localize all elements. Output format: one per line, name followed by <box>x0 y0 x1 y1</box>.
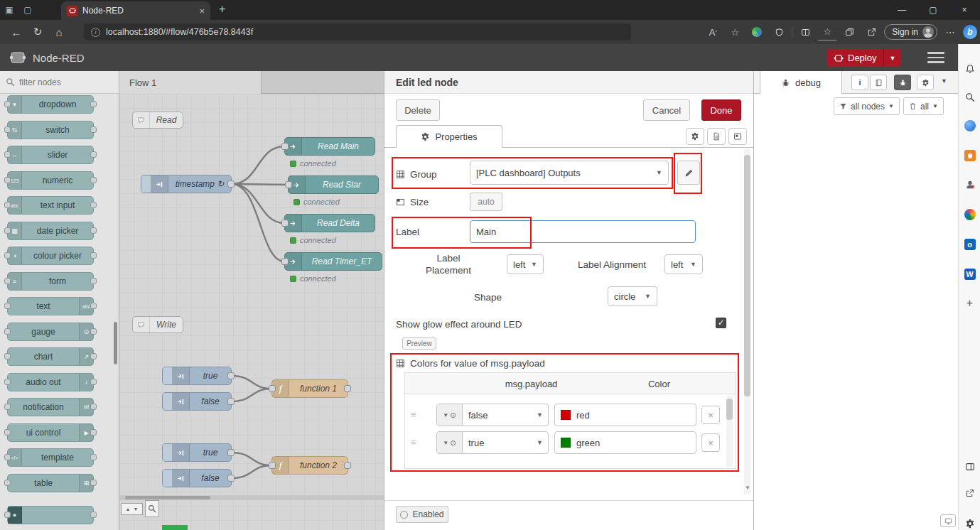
copilot-icon[interactable]: b <box>963 25 977 39</box>
palette-node-text-input[interactable]: abctext input <box>7 196 94 215</box>
tab-properties[interactable]: Properties <box>396 125 502 148</box>
node-port[interactable] <box>227 449 235 456</box>
palette-collapse-controls[interactable]: ▲▼ <box>121 503 143 515</box>
extension-icon[interactable] <box>748 23 766 40</box>
sign-in-button[interactable]: Sign in <box>884 24 937 40</box>
inject-node-true-2[interactable]: true <box>162 443 232 462</box>
palette-node-switch[interactable]: ⇆switch <box>7 121 94 139</box>
read-node-timer[interactable]: Read Timer_ET <box>284 252 382 271</box>
debug-filter-button[interactable]: all nodes ▼ <box>834 97 900 115</box>
minimize-button[interactable]: — <box>886 0 917 20</box>
favorite-star-icon[interactable]: ☆ <box>726 23 744 40</box>
inject-node-true-1[interactable]: true <box>162 367 232 385</box>
m365-icon[interactable] <box>962 207 977 222</box>
palette-node-colour-picker[interactable]: ◑colour picker <box>7 247 94 265</box>
editor-scrollbar[interactable]: ▼ <box>744 149 750 494</box>
node-port[interactable] <box>344 385 351 392</box>
add-sidebar-item-icon[interactable]: + <box>962 296 977 310</box>
open-external-icon[interactable] <box>962 486 977 501</box>
palette-node-dropdown[interactable]: ▾dropdown <box>7 95 94 114</box>
scroll-down-icon[interactable]: ▼ <box>745 485 750 491</box>
split-screen-icon[interactable] <box>796 23 814 40</box>
back-button[interactable]: ← <box>6 23 27 41</box>
palette-node-numeric[interactable]: 123numeric <box>7 171 94 190</box>
main-menu-button[interactable] <box>927 52 944 66</box>
site-info-icon[interactable]: i <box>91 28 100 37</box>
done-button[interactable]: Done <box>701 99 741 121</box>
workspace[interactable]: Read timestamp ↻ Read Main connected Rea… <box>119 94 384 530</box>
settings-more-icon[interactable]: ⋯ <box>941 23 959 40</box>
help-tab-button[interactable] <box>870 75 887 90</box>
palette-node-notification[interactable]: ✉notification <box>7 398 94 416</box>
function-node-1[interactable]: f function 1 <box>271 379 348 398</box>
inject-button[interactable] <box>163 393 173 410</box>
inject-button[interactable] <box>163 470 173 487</box>
palette-node-table[interactable]: ⊞table <box>7 474 94 492</box>
home-button[interactable]: ⌂ <box>48 23 70 41</box>
inject-node-timestamp[interactable]: timestamp ↻ <box>141 175 232 193</box>
read-node-star[interactable]: Read Star <box>288 175 379 194</box>
debug-clear-button[interactable]: all ▼ <box>903 97 944 115</box>
inject-button[interactable] <box>141 175 151 193</box>
node-port[interactable] <box>344 462 351 469</box>
node-port[interactable] <box>281 258 289 265</box>
node-port[interactable] <box>227 398 235 405</box>
palette-search[interactable] <box>0 71 119 94</box>
people-icon[interactable] <box>962 177 977 192</box>
node-description-button[interactable] <box>707 128 726 145</box>
deploy-button[interactable]: Deploy ▼ <box>826 49 900 67</box>
sidebar-settings-icon[interactable] <box>962 516 977 530</box>
read-node-delta[interactable]: Read Delta <box>284 214 375 232</box>
tab-actions-icon[interactable]: ▢ <box>18 3 37 17</box>
sidebar-menu-caret[interactable]: ▼ <box>941 77 947 85</box>
node-port[interactable] <box>269 385 276 392</box>
inject-node-false-1[interactable]: false <box>162 392 232 411</box>
node-port[interactable] <box>227 372 235 379</box>
close-button[interactable]: × <box>949 0 980 20</box>
palette-node-gauge[interactable]: ⊙gauge <box>7 323 94 341</box>
debug-tab-button[interactable] <box>894 75 911 90</box>
outlook-icon[interactable]: o <box>962 237 977 252</box>
favorites-icon[interactable]: ☆ <box>818 23 836 40</box>
comment-node-read[interactable]: Read <box>132 112 183 129</box>
inject-node-false-2[interactable]: false <box>162 469 232 487</box>
maximize-button[interactable]: ▢ <box>917 0 949 20</box>
flow-tab[interactable]: Flow 1 <box>119 71 262 94</box>
palette-node-slider[interactable]: ↔slider <box>7 146 94 164</box>
refresh-button[interactable]: ↻ <box>27 23 48 41</box>
delete-button[interactable]: Delete <box>396 99 440 121</box>
comment-node-write[interactable]: Write <box>132 316 183 333</box>
browser-essentials-icon[interactable] <box>770 23 788 40</box>
shape-select[interactable]: circle▼ <box>608 286 657 306</box>
inject-button[interactable] <box>163 444 173 461</box>
chevron-down-icon[interactable]: ▼ <box>134 507 139 512</box>
palette-node-form[interactable]: ≡form <box>7 272 94 291</box>
chevron-up-icon[interactable]: ▲ <box>126 507 131 512</box>
enabled-toggle-button[interactable]: Enabled <box>396 506 448 523</box>
config-tab-button[interactable] <box>917 75 934 90</box>
open-debug-window-button[interactable] <box>940 514 956 527</box>
deploy-options-caret[interactable]: ▼ <box>883 49 900 67</box>
palette-filter-input[interactable] <box>19 77 97 87</box>
tab-close-icon[interactable]: × <box>199 6 205 16</box>
node-appearance-button[interactable] <box>728 128 747 145</box>
read-aloud-icon[interactable]: A” <box>704 23 722 40</box>
info-tab-button[interactable]: i <box>851 75 868 90</box>
function-node-2[interactable]: f function 2 <box>271 456 348 475</box>
preview-button[interactable]: Preview <box>402 337 436 350</box>
palette-node-text[interactable]: abctext <box>7 297 94 315</box>
palette-node-template[interactable]: </>template <box>7 448 94 467</box>
browser-tab[interactable]: Node-RED × <box>61 1 210 20</box>
inject-button[interactable] <box>163 367 173 384</box>
copilot-sphere-icon[interactable] <box>962 118 977 133</box>
palette-node-chart[interactable]: ↗chart <box>7 347 94 366</box>
canvas-horizontal-scrollbar[interactable] <box>119 495 384 500</box>
palette-scrollbar[interactable] <box>114 322 117 364</box>
label-placement-select[interactable]: left▼ <box>507 254 544 274</box>
label-alignment-select[interactable]: left▼ <box>664 254 703 274</box>
size-button[interactable]: auto <box>470 193 502 211</box>
read-node-main[interactable]: Read Main <box>284 137 375 156</box>
notification-bell-icon[interactable] <box>962 61 977 76</box>
glow-checkbox[interactable]: ✓ <box>716 318 726 328</box>
palette-node-date-picker[interactable]: ▦date picker <box>7 222 94 240</box>
